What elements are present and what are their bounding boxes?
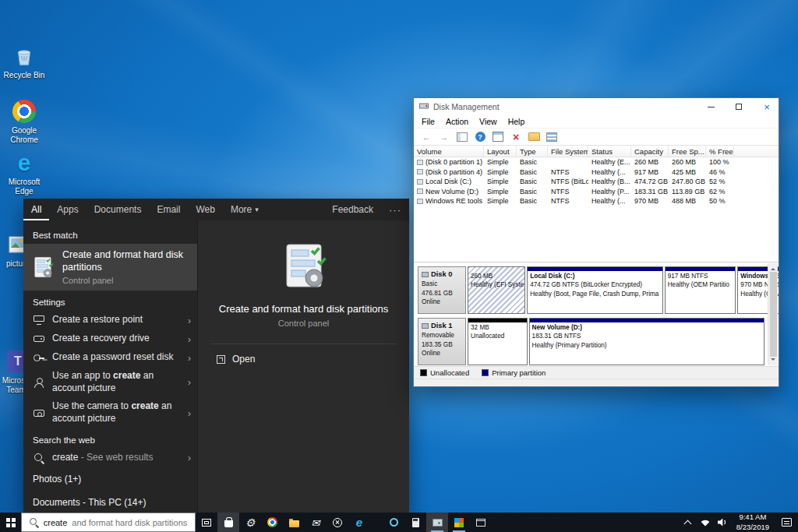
- web-search-result[interactable]: create - See web results ›: [23, 449, 197, 467]
- taskbar-clock[interactable]: 9:41 AM 8/23/2019: [731, 513, 775, 532]
- action-center-button[interactable]: [775, 513, 798, 532]
- tab-more[interactable]: More▾: [223, 199, 267, 220]
- desktop-icon-google-chrome[interactable]: Google Chrome: [2, 99, 47, 144]
- properties-button[interactable]: [489, 130, 507, 144]
- column-header[interactable]: Status: [588, 146, 631, 157]
- column-header[interactable]: % Free: [706, 146, 734, 157]
- best-match-result[interactable]: Create and format hard disk partitions C…: [23, 244, 197, 291]
- delete-button[interactable]: [507, 130, 524, 144]
- cell: Basic: [517, 188, 548, 196]
- settings-result[interactable]: Create a recovery drive›: [23, 329, 197, 348]
- start-button[interactable]: [0, 513, 21, 532]
- clock-time: 9:41 AM: [736, 513, 769, 522]
- partition-efi[interactable]: 260 MBHealthy (EFI Syste: [468, 266, 525, 314]
- tab-all[interactable]: All: [23, 199, 49, 220]
- tab-apps[interactable]: Apps: [49, 199, 86, 220]
- network-tray-icon[interactable]: [697, 513, 714, 532]
- taskbar-microsoft-store[interactable]: [217, 513, 239, 532]
- column-header[interactable]: Volume: [414, 146, 484, 157]
- disk-header[interactable]: Disk 1Removable183.35 GBOnline: [418, 318, 466, 365]
- taskbar-disk-management[interactable]: [426, 513, 448, 532]
- volume-row[interactable]: New Volume (D:)SimpleBasicNTFSHealthy (P…: [414, 187, 779, 197]
- taskbar-pinned-app[interactable]: [448, 513, 470, 532]
- partition-primary[interactable]: 917 MB NTFSHealthy (OEM Partitio: [665, 266, 736, 314]
- partitions-icon-large: [279, 241, 329, 294]
- settings-result[interactable]: Use an app to create an account picture›: [23, 367, 197, 397]
- menu-action[interactable]: Action: [440, 117, 474, 126]
- help-button[interactable]: [471, 130, 489, 144]
- scroll-up-icon[interactable]: [771, 266, 775, 270]
- disk-header[interactable]: Disk 0Basic476.81 GBOnline: [418, 266, 466, 314]
- tab-email[interactable]: Email: [149, 199, 188, 220]
- chevron-right-icon[interactable]: ›: [185, 452, 191, 463]
- taskbar-task-view[interactable]: [196, 513, 217, 532]
- open-label: Open: [232, 354, 255, 365]
- chevron-right-icon[interactable]: ›: [185, 352, 191, 364]
- chevron-right-icon[interactable]: ›: [185, 407, 191, 419]
- volume-row[interactable]: (Disk 0 partition 4)SimpleBasicNTFSHealt…: [414, 167, 779, 178]
- taskbar-mail[interactable]: [305, 513, 327, 532]
- group-documents[interactable]: Documents - This PC (14+): [23, 491, 197, 513]
- title-bar[interactable]: Disk Management: [414, 98, 779, 115]
- taskbar-search-input[interactable]: create and format hard disk partitions: [21, 513, 196, 532]
- partition-primary[interactable]: New Volume (D:)183.31 GB NTFSHealthy (Pr…: [529, 318, 765, 365]
- partition-primary[interactable]: Local Disk (C:)474.72 GB NTFS (BitLocker…: [527, 266, 663, 314]
- feedback-link[interactable]: Feedback: [324, 199, 381, 220]
- partition-unallocated[interactable]: 32 MBUnallocated: [468, 318, 528, 365]
- desktop-icon-recycle-bin[interactable]: Recycle Bin: [2, 44, 47, 80]
- windows-logo-icon: [6, 518, 16, 527]
- show-hidden-icons-button[interactable]: [680, 513, 697, 532]
- desktop-icon-microsoft-edge[interactable]: e Microsoft Edge: [2, 150, 47, 196]
- back-button[interactable]: [418, 130, 435, 144]
- tab-web[interactable]: Web: [188, 199, 222, 220]
- minimize-button[interactable]: [699, 98, 722, 115]
- column-header[interactable]: Layout: [484, 146, 517, 157]
- menu-file[interactable]: File: [416, 117, 440, 126]
- column-header[interactable]: File System: [548, 146, 588, 157]
- column-header[interactable]: Type: [517, 146, 548, 157]
- volume-tray-icon[interactable]: [714, 513, 731, 532]
- volume-row[interactable]: (Disk 0 partition 1)SimpleBasicHealthy (…: [414, 157, 779, 167]
- result-label: Create a recovery drive: [52, 333, 178, 345]
- volume-row[interactable]: Local Disk (C:)SimpleBasicNTFS (BitLo...…: [414, 177, 779, 187]
- taskbar-pinned-app[interactable]: [470, 513, 492, 532]
- taskbar-calculator[interactable]: [404, 513, 426, 532]
- close-button[interactable]: [755, 98, 779, 115]
- cell: 62 %: [706, 188, 734, 196]
- settings-result[interactable]: Create a password reset disk›: [23, 348, 197, 367]
- console-tree-button[interactable]: [454, 130, 471, 144]
- settings-result[interactable]: Create a restore point›: [23, 311, 197, 329]
- forward-button[interactable]: [436, 130, 453, 144]
- desktop-icon-label: Microsoft Edge: [2, 178, 47, 196]
- settings-result[interactable]: Use the camera to create an account pict…: [23, 397, 197, 428]
- column-header[interactable]: Capacity: [631, 146, 669, 157]
- menu-help[interactable]: Help: [503, 117, 531, 126]
- menu-view[interactable]: View: [474, 117, 503, 126]
- xbox-icon: [333, 518, 342, 527]
- gear-icon: [245, 516, 256, 530]
- scroll-thumb[interactable]: [770, 272, 777, 357]
- chevron-right-icon[interactable]: ›: [185, 333, 191, 345]
- chevron-right-icon[interactable]: ›: [185, 315, 191, 326]
- taskbar-google-chrome[interactable]: [261, 513, 283, 532]
- taskbar-settings[interactable]: [239, 513, 261, 532]
- column-header[interactable]: Free Sp...: [669, 146, 706, 157]
- group-photos[interactable]: Photos (1+): [23, 467, 197, 491]
- maximize-button[interactable]: [727, 98, 750, 115]
- taskbar-file-explorer[interactable]: [283, 513, 305, 532]
- graph-scrollbar[interactable]: [768, 263, 778, 365]
- legend-swatch: [482, 369, 489, 376]
- more-options-button[interactable]: ···: [381, 199, 409, 220]
- views-button[interactable]: [543, 130, 560, 144]
- taskbar-xbox[interactable]: [327, 513, 348, 532]
- cell: Healthy (B...: [588, 178, 631, 185]
- taskbar-cortana[interactable]: [383, 513, 404, 532]
- volume-row[interactable]: Windows RE toolsSimpleBasicNTFSHealthy (…: [414, 196, 779, 206]
- taskbar-microsoft-edge[interactable]: [348, 513, 370, 532]
- tab-documents[interactable]: Documents: [87, 199, 150, 220]
- open-action[interactable]: Open: [198, 347, 409, 372]
- open-button[interactable]: [525, 130, 542, 144]
- chevron-right-icon[interactable]: ›: [185, 376, 191, 388]
- preview-subtitle: Control panel: [278, 319, 329, 328]
- scroll-down-icon[interactable]: [771, 358, 775, 363]
